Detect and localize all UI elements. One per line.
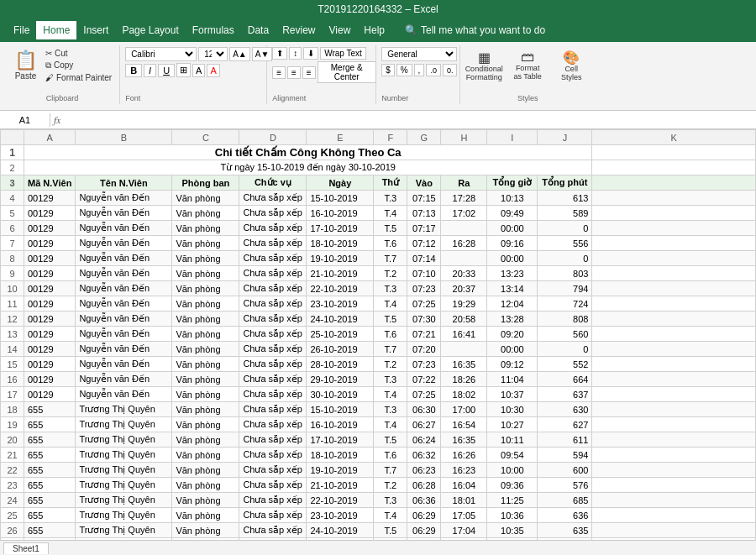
cell-r12-c7[interactable]: 20:58 bbox=[441, 312, 487, 327]
col-header-b[interactable]: B bbox=[76, 130, 172, 145]
sheet-subtitle[interactable]: Từ ngày 15-10-2019 đến ngày 30-10-2019 bbox=[24, 160, 592, 175]
cell-r6-c0[interactable]: 00129 bbox=[24, 221, 76, 236]
cell-r11-c3[interactable]: Chưa sắp xếp bbox=[239, 296, 307, 312]
cell-r4-c3[interactable]: Chưa sắp xếp bbox=[239, 191, 307, 206]
cell-r22-c7[interactable]: 16:23 bbox=[441, 463, 487, 478]
cell-r26-c7[interactable]: 17:04 bbox=[441, 523, 487, 538]
cell-r4-c4[interactable]: 15-10-2019 bbox=[307, 191, 374, 206]
font-size-select[interactable]: 12 bbox=[198, 47, 228, 61]
merge-center-button[interactable]: Merge & Center bbox=[318, 61, 376, 83]
cell-r26-c9[interactable]: 635 bbox=[538, 523, 592, 538]
menu-file[interactable]: File bbox=[7, 21, 36, 39]
cell-r16-c9[interactable]: 664 bbox=[538, 372, 592, 387]
cell-r13-c1[interactable]: Nguyễn văn Đến bbox=[76, 327, 172, 342]
cell-r12-c1[interactable]: Nguyễn văn Đến bbox=[76, 312, 172, 327]
cell-r5-c0[interactable]: 00129 bbox=[24, 206, 76, 221]
cell-r20-c4[interactable]: 17-10-2019 bbox=[307, 432, 374, 448]
cell-r23-c5[interactable]: T.2 bbox=[374, 478, 407, 493]
cell-r25-c0[interactable]: 655 bbox=[24, 508, 76, 523]
cell-r15-c1[interactable]: Nguyễn văn Đến bbox=[76, 357, 172, 372]
paste-button[interactable]: 📋 Paste bbox=[10, 47, 41, 83]
cell-r16-c5[interactable]: T.3 bbox=[374, 372, 407, 387]
cell-r8-c5[interactable]: T.7 bbox=[374, 251, 407, 266]
cell-r19-c5[interactable]: T.4 bbox=[374, 417, 407, 432]
cell-r15-c0[interactable]: 00129 bbox=[24, 357, 76, 372]
cell-r8-c3[interactable]: Chưa sắp xếp bbox=[239, 251, 307, 266]
menu-formulas[interactable]: Formulas bbox=[186, 21, 241, 39]
cell-r15-c9[interactable]: 552 bbox=[538, 357, 592, 372]
cell-r13-c4[interactable]: 25-10-2019 bbox=[307, 327, 374, 342]
cell-r12-c5[interactable]: T.5 bbox=[374, 312, 407, 327]
cell-r11-c8[interactable]: 12:04 bbox=[487, 296, 538, 312]
cell-r19-c7[interactable]: 16:54 bbox=[441, 417, 487, 432]
cell-r13-c5[interactable]: T.6 bbox=[374, 327, 407, 342]
cell-r20-c5[interactable]: T.5 bbox=[374, 432, 407, 448]
cell-r22-c1[interactable]: Trương Thị Quyên bbox=[76, 463, 172, 478]
cell-r23-c7[interactable]: 16:04 bbox=[441, 478, 487, 493]
cell-r12-c3[interactable]: Chưa sắp xếp bbox=[239, 312, 307, 327]
cell-r4-c2[interactable]: Văn phòng bbox=[172, 191, 239, 206]
cell-r14-c8[interactable]: 00:00 bbox=[487, 342, 538, 357]
menu-insert[interactable]: Insert bbox=[76, 21, 115, 39]
cell-r11-c9[interactable]: 724 bbox=[538, 296, 592, 312]
cell-r19-c0[interactable]: 655 bbox=[24, 417, 76, 432]
cell-r6-c2[interactable]: Văn phòng bbox=[172, 221, 239, 236]
cell-r16-c7[interactable]: 18:26 bbox=[441, 372, 487, 387]
cell-r8-c1[interactable]: Nguyễn văn Đến bbox=[76, 251, 172, 266]
col-header-d[interactable]: D bbox=[239, 130, 307, 145]
cell-r5-c3[interactable]: Chưa sắp xếp bbox=[239, 206, 307, 221]
cell-r11-c7[interactable]: 19:29 bbox=[441, 296, 487, 312]
cell-r25-c8[interactable]: 10:36 bbox=[487, 508, 538, 523]
cell-r23-c3[interactable]: Chưa sắp xếp bbox=[239, 478, 307, 493]
cell-r17-c5[interactable]: T.4 bbox=[374, 387, 407, 402]
cell-r20-c3[interactable]: Chưa sắp xếp bbox=[239, 432, 307, 448]
cell-r9-c0[interactable]: 00129 bbox=[24, 266, 76, 281]
cell-r15-c4[interactable]: 28-10-2019 bbox=[307, 357, 374, 372]
cell-r26-c3[interactable]: Chưa sắp xếp bbox=[239, 523, 307, 538]
menu-review[interactable]: Review bbox=[276, 21, 322, 39]
cell-r7-c2[interactable]: Văn phòng bbox=[172, 236, 239, 251]
wrap-text-button[interactable]: Wrap Text bbox=[320, 47, 366, 60]
menu-search[interactable]: 🔍 Tell me what you want to do bbox=[398, 21, 552, 39]
cell-r5-c2[interactable]: Văn phòng bbox=[172, 206, 239, 221]
align-top-button[interactable]: ⬆ bbox=[272, 47, 287, 60]
cell-r17-c8[interactable]: 10:37 bbox=[487, 387, 538, 402]
cell-r10-c9[interactable]: 794 bbox=[538, 281, 592, 296]
cell-r16-c8[interactable]: 11:04 bbox=[487, 372, 538, 387]
cell-r15-c6[interactable]: 07:23 bbox=[407, 357, 441, 372]
cell-r21-c3[interactable]: Chưa sắp xếp bbox=[239, 448, 307, 463]
cell-r10-c4[interactable]: 22-10-2019 bbox=[307, 281, 374, 296]
cell-r19-c4[interactable]: 16-10-2019 bbox=[307, 417, 374, 432]
col-header-g[interactable]: G bbox=[407, 130, 441, 145]
cell-r7-c7[interactable]: 16:28 bbox=[441, 236, 487, 251]
comma-button[interactable]: , bbox=[414, 64, 425, 76]
cell-r10-c1[interactable]: Nguyễn văn Đến bbox=[76, 281, 172, 296]
cell-r21-c5[interactable]: T.6 bbox=[374, 448, 407, 463]
format-painter-button[interactable]: 🖌 Format Painter bbox=[43, 72, 114, 83]
align-left-button[interactable]: ≡ bbox=[272, 66, 286, 79]
cell-r9-c3[interactable]: Chưa sắp xếp bbox=[239, 266, 307, 281]
cell-r18-c2[interactable]: Văn phòng bbox=[172, 402, 239, 417]
cell-r12-c9[interactable]: 808 bbox=[538, 312, 592, 327]
menu-data[interactable]: Data bbox=[241, 21, 276, 39]
cell-r10-c0[interactable]: 00129 bbox=[24, 281, 76, 296]
cell-r6-c6[interactable]: 07:17 bbox=[407, 221, 441, 236]
cell-r24-c5[interactable]: T.3 bbox=[374, 493, 407, 508]
col-header-h[interactable]: H bbox=[441, 130, 487, 145]
cell-r20-c8[interactable]: 10:11 bbox=[487, 432, 538, 448]
cell-r21-c1[interactable]: Trương Thị Quyên bbox=[76, 448, 172, 463]
cell-r18-c0[interactable]: 655 bbox=[24, 402, 76, 417]
border-button[interactable]: ⊞ bbox=[176, 63, 191, 77]
col-header-f[interactable]: F bbox=[374, 130, 407, 145]
cell-r16-c3[interactable]: Chưa sắp xếp bbox=[239, 372, 307, 387]
cell-r26-c6[interactable]: 06:29 bbox=[407, 523, 441, 538]
cell-r7-c0[interactable]: 00129 bbox=[24, 236, 76, 251]
menu-pagelayout[interactable]: Page Layout bbox=[115, 21, 185, 39]
cell-r23-c8[interactable]: 09:36 bbox=[487, 478, 538, 493]
cell-r22-c9[interactable]: 600 bbox=[538, 463, 592, 478]
cell-r25-c3[interactable]: Chưa sắp xếp bbox=[239, 508, 307, 523]
cell-r22-c0[interactable]: 655 bbox=[24, 463, 76, 478]
col-header-i[interactable]: I bbox=[487, 130, 538, 145]
cell-r8-c7[interactable] bbox=[441, 251, 487, 266]
cell-r18-c7[interactable]: 17:00 bbox=[441, 402, 487, 417]
